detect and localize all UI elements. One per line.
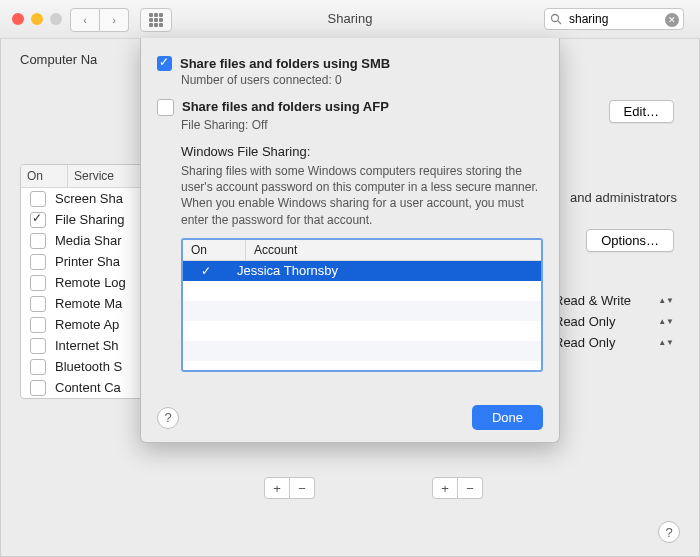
remove-button[interactable]: − <box>458 477 483 499</box>
permission-row[interactable]: Read Only▲▼ <box>554 332 674 353</box>
service-checkbox[interactable] <box>30 296 46 312</box>
stepper-icon[interactable]: ▲▼ <box>658 319 674 324</box>
services-table: On Service Screen ShaFile SharingMedia S… <box>20 164 152 399</box>
service-row[interactable]: Remote Log <box>21 272 151 293</box>
wfs-description: Sharing files with some Windows computer… <box>181 163 543 228</box>
smb-subtitle: Number of users connected: 0 <box>181 73 543 87</box>
service-row[interactable]: Remote Ma <box>21 293 151 314</box>
svg-point-0 <box>552 15 559 22</box>
service-label: File Sharing <box>55 212 151 227</box>
permission-row[interactable]: Read Only▲▼ <box>554 311 674 332</box>
admins-text: and administrators <box>570 190 677 205</box>
titlebar: ‹ › Sharing ✕ <box>0 0 700 39</box>
search-input[interactable] <box>567 11 665 27</box>
account-name: Jessica Thornsby <box>229 263 541 278</box>
service-row[interactable]: Screen Sha <box>21 188 151 209</box>
empty-row <box>183 281 541 301</box>
service-checkbox[interactable] <box>30 380 46 396</box>
service-label: Media Shar <box>55 233 151 248</box>
search-field[interactable]: ✕ <box>544 8 684 30</box>
service-checkbox[interactable] <box>30 317 46 333</box>
svg-line-1 <box>558 21 561 24</box>
service-row[interactable]: Content Ca <box>21 377 151 398</box>
service-checkbox[interactable] <box>30 254 46 270</box>
clear-search-icon[interactable]: ✕ <box>665 13 679 27</box>
accounts-header: On Account <box>183 240 541 261</box>
service-row[interactable]: File Sharing <box>21 209 151 230</box>
stepper-icon[interactable]: ▲▼ <box>658 298 674 303</box>
permission-row[interactable]: Read & Write▲▼ <box>554 290 674 311</box>
service-row[interactable]: Printer Sha <box>21 251 151 272</box>
service-checkbox[interactable] <box>30 191 46 207</box>
stepper-icon[interactable]: ▲▼ <box>658 340 674 345</box>
help-button[interactable]: ? <box>157 407 179 429</box>
afp-subtitle: File Sharing: Off <box>181 118 543 132</box>
services-header: On Service <box>21 165 151 188</box>
users-addremove: + − <box>432 477 483 499</box>
permission-label: Read Only <box>554 314 615 329</box>
smb-option[interactable]: Share files and folders using SMB <box>157 56 543 71</box>
edit-button[interactable]: Edit… <box>609 100 674 123</box>
col-service: Service <box>68 165 151 187</box>
permissions-list: Read & Write▲▼ Read Only▲▼ Read Only▲▼ <box>554 290 674 353</box>
done-button[interactable]: Done <box>472 405 543 430</box>
shared-folders-addremove: + − <box>264 477 315 499</box>
service-checkbox[interactable] <box>30 212 46 228</box>
options-button[interactable]: Options… <box>586 229 674 252</box>
add-button[interactable]: + <box>432 477 458 499</box>
col-on: On <box>183 240 246 260</box>
service-label: Remote Ma <box>55 296 151 311</box>
col-on: On <box>21 165 68 187</box>
service-label: Bluetooth S <box>55 359 151 374</box>
empty-row <box>183 301 541 321</box>
service-label: Printer Sha <box>55 254 151 269</box>
service-row[interactable]: Internet Sh <box>21 335 151 356</box>
search-icon <box>550 13 562 28</box>
service-label: Remote Log <box>55 275 151 290</box>
afp-label: Share files and folders using AFP <box>182 99 389 114</box>
service-checkbox[interactable] <box>30 233 46 249</box>
afp-checkbox[interactable] <box>157 99 174 116</box>
help-button[interactable]: ? <box>658 521 680 543</box>
check-icon: ✓ <box>201 264 211 278</box>
wfs-heading: Windows File Sharing: <box>181 144 543 159</box>
permission-label: Read & Write <box>554 293 631 308</box>
options-sheet: Share files and folders using SMB Number… <box>140 38 560 443</box>
col-account: Account <box>246 240 541 260</box>
remove-button[interactable]: − <box>290 477 315 499</box>
service-row[interactable]: Media Shar <box>21 230 151 251</box>
service-row[interactable]: Remote Ap <box>21 314 151 335</box>
accounts-table: On Account ✓Jessica Thornsby <box>181 238 543 372</box>
preferences-window: ‹ › Sharing ✕ Computer Na Edit… and admi… <box>0 0 700 557</box>
smb-checkbox[interactable] <box>157 56 172 71</box>
service-label: Remote Ap <box>55 317 151 332</box>
service-label: Content Ca <box>55 380 151 395</box>
service-row[interactable]: Bluetooth S <box>21 356 151 377</box>
permission-label: Read Only <box>554 335 615 350</box>
sheet-footer: ? Done <box>157 405 543 430</box>
service-label: Screen Sha <box>55 191 151 206</box>
service-checkbox[interactable] <box>30 359 46 375</box>
afp-option[interactable]: Share files and folders using AFP <box>157 99 543 116</box>
empty-row <box>183 341 541 361</box>
service-label: Internet Sh <box>55 338 151 353</box>
service-checkbox[interactable] <box>30 275 46 291</box>
service-checkbox[interactable] <box>30 338 46 354</box>
smb-label: Share files and folders using SMB <box>180 56 390 71</box>
empty-row <box>183 321 541 341</box>
add-button[interactable]: + <box>264 477 290 499</box>
account-row[interactable]: ✓Jessica Thornsby <box>183 261 541 281</box>
